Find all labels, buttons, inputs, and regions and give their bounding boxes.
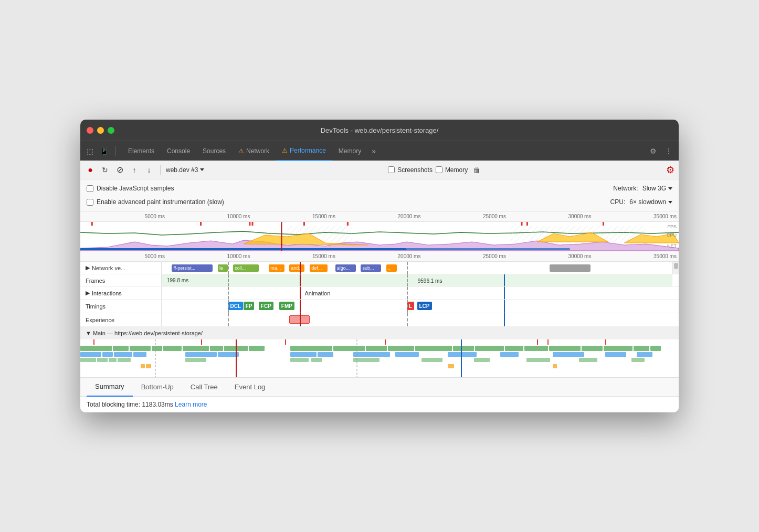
performance-settings-icon[interactable]: ⚙ bbox=[666, 164, 674, 176]
svg-rect-51 bbox=[114, 352, 132, 357]
frames-row-content[interactable]: 199.8 ms 9596.1 ms bbox=[162, 274, 672, 286]
svg-rect-48 bbox=[650, 346, 661, 351]
svg-rect-64 bbox=[80, 358, 96, 362]
screenshots-checkbox[interactable] bbox=[388, 166, 395, 173]
bottom-tabs: Summary Bottom-Up Call Tree Event Log bbox=[80, 377, 679, 396]
network-row-content[interactable]: ff-persist... le coll... ma... and... de… bbox=[162, 262, 672, 274]
reload-button[interactable]: ↻ bbox=[99, 164, 111, 176]
profile-label: web.dev #3 bbox=[166, 166, 198, 174]
net-item[interactable] bbox=[550, 264, 591, 272]
timing-fp[interactable]: FP bbox=[244, 302, 255, 310]
screenshots-check[interactable]: Screenshots bbox=[388, 166, 433, 174]
frames-label: Frames bbox=[86, 278, 105, 284]
timing-l[interactable]: L bbox=[407, 302, 414, 310]
svg-rect-65 bbox=[97, 358, 108, 362]
more-tabs-button[interactable]: » bbox=[367, 145, 380, 157]
svg-rect-59 bbox=[448, 352, 477, 357]
disable-js-check[interactable]: Disable JavaScript samples bbox=[87, 185, 174, 192]
timing-fmp[interactable]: FMP bbox=[279, 302, 294, 310]
net-item[interactable]: .. bbox=[386, 264, 396, 272]
profile-selector[interactable]: web.dev #3 bbox=[166, 166, 204, 174]
tab-elements[interactable]: Elements bbox=[122, 141, 161, 161]
cpu-label: CPU bbox=[667, 232, 677, 238]
scrollbar-thumb[interactable] bbox=[674, 263, 678, 269]
svg-rect-40 bbox=[453, 346, 474, 351]
net-item[interactable]: ma... bbox=[269, 264, 284, 272]
network-dropdown[interactable]: Slow 3G bbox=[642, 185, 672, 192]
download-button[interactable]: ↓ bbox=[143, 164, 155, 176]
svg-rect-32 bbox=[210, 346, 223, 351]
svg-rect-19 bbox=[93, 339, 94, 345]
svg-rect-60 bbox=[500, 352, 519, 357]
status-text: Total blocking time: 1183.03ms bbox=[87, 401, 173, 408]
upload-button[interactable]: ↑ bbox=[129, 164, 140, 176]
settings-icon[interactable]: ⚙ bbox=[648, 145, 659, 157]
more-options-icon[interactable]: ⋮ bbox=[663, 145, 674, 157]
overview-area[interactable]: 5000 ms 10000 ms 15000 ms 20000 ms 25000… bbox=[80, 211, 679, 251]
svg-rect-49 bbox=[80, 352, 101, 357]
tab-console[interactable]: Console bbox=[161, 141, 196, 161]
animation-label: Animation bbox=[304, 290, 330, 296]
close-button[interactable] bbox=[87, 127, 93, 134]
experience-label: Experience bbox=[86, 317, 114, 323]
svg-rect-67 bbox=[118, 358, 131, 362]
time-marks-2: 5000 ms 10000 ms 15000 ms 20000 ms 25000… bbox=[82, 253, 677, 259]
svg-rect-16 bbox=[80, 248, 407, 250]
options-row-1: Disable JavaScript samples Network: Slow… bbox=[87, 182, 672, 195]
btab-eventlog[interactable]: Event Log bbox=[226, 378, 274, 397]
svg-rect-79 bbox=[448, 364, 454, 368]
timing-dcl[interactable]: DCL bbox=[228, 302, 243, 310]
tab-memory[interactable]: Memory bbox=[332, 141, 367, 161]
net-item[interactable]: ff-persist... bbox=[172, 264, 213, 272]
net-item[interactable]: and... bbox=[289, 264, 304, 272]
net-item[interactable]: algo... bbox=[335, 264, 356, 272]
svg-rect-45 bbox=[582, 346, 603, 351]
advanced-paint-check[interactable]: Enable advanced paint instrumentation (s… bbox=[87, 198, 224, 206]
tab-sources[interactable]: Sources bbox=[196, 141, 232, 161]
blue-line-exp bbox=[504, 313, 505, 326]
main-flame-chart[interactable] bbox=[80, 339, 679, 377]
svg-rect-25 bbox=[605, 339, 606, 345]
timing-lcp[interactable]: LCP bbox=[417, 302, 432, 310]
net-item[interactable]: sub... bbox=[361, 264, 381, 272]
network-dropdown-arrow bbox=[668, 187, 672, 190]
advanced-paint-checkbox[interactable] bbox=[87, 199, 93, 206]
btab-calltree[interactable]: Call Tree bbox=[182, 378, 226, 397]
net-item[interactable]: le bbox=[218, 264, 228, 272]
network-label: Network ve... bbox=[92, 265, 125, 271]
record-button[interactable]: ● bbox=[85, 164, 96, 176]
memory-check[interactable]: Memory bbox=[436, 166, 468, 174]
svg-rect-26 bbox=[80, 346, 112, 351]
svg-rect-37 bbox=[366, 346, 387, 351]
disable-js-checkbox[interactable] bbox=[87, 185, 93, 192]
timings-row-content[interactable]: DCL FP FCP FMP L LCP bbox=[162, 300, 672, 313]
btab-summary[interactable]: Summary bbox=[87, 378, 133, 397]
trash-button[interactable]: 🗑 bbox=[471, 165, 482, 175]
toolbar-divider bbox=[115, 146, 115, 156]
dashed-line-frames-1 bbox=[228, 274, 229, 286]
tab-performance[interactable]: ⚠ Performance bbox=[276, 141, 332, 161]
svg-rect-52 bbox=[133, 352, 146, 357]
svg-rect-73 bbox=[474, 358, 490, 362]
experience-row-content[interactable] bbox=[162, 313, 672, 326]
scrollbar-stub[interactable] bbox=[672, 262, 679, 274]
clear-button[interactable]: ⊘ bbox=[114, 164, 125, 176]
network-option: Network: Slow 3G bbox=[613, 185, 672, 192]
net-item[interactable]: def... bbox=[310, 264, 328, 272]
interactions-row-content[interactable]: Animation bbox=[162, 287, 672, 299]
tab-network[interactable]: ⚠ Network bbox=[232, 141, 276, 161]
net-item[interactable]: coll... bbox=[233, 264, 259, 272]
inspect-icon[interactable]: ⬚ bbox=[85, 145, 96, 157]
btab-bottomup[interactable]: Bottom-Up bbox=[133, 378, 182, 397]
learn-more-link[interactable]: Learn more bbox=[175, 401, 207, 408]
timings-row-label: Timings bbox=[80, 300, 162, 313]
cpu-dropdown[interactable]: 6× slowdown bbox=[629, 198, 672, 206]
network-option-label: Network: bbox=[613, 185, 638, 192]
svg-rect-44 bbox=[549, 346, 581, 351]
memory-checkbox[interactable] bbox=[436, 166, 442, 173]
svg-rect-6 bbox=[521, 222, 522, 226]
maximize-button[interactable] bbox=[108, 127, 114, 134]
device-icon[interactable]: 📱 bbox=[98, 145, 111, 157]
timing-fcp[interactable]: FCP bbox=[259, 302, 273, 310]
minimize-button[interactable] bbox=[97, 127, 104, 134]
